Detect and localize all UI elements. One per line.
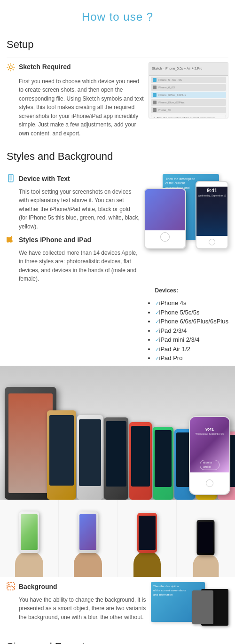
hand-item-2: [58, 500, 117, 577]
hand-item-3: [118, 500, 176, 577]
styles-image-mock: Then the descriptionof the currentscreen…: [144, 174, 228, 249]
sizes-title: Sizes and Exports: [0, 633, 235, 644]
background-section: Background You have the ability to chang…: [0, 577, 235, 629]
devices-label: Devices:: [155, 286, 228, 295]
check-icon: ✓: [155, 310, 159, 315]
styles-iphone-desc: We have collected more than 14 devices A…: [7, 249, 140, 283]
sketch-image: Sketch - iPhone_5.5s + Air + 2.Pro iPhon…: [149, 62, 228, 118]
styles-phone-front: [144, 188, 186, 249]
svg-point-0: [9, 66, 12, 69]
background-desc: You have the ability to change the backg…: [7, 596, 147, 622]
background-layout: Background You have the ability to chang…: [7, 582, 228, 627]
check-icon: ✓: [155, 328, 159, 334]
background-icon: [7, 582, 15, 593]
apple-icon: [7, 235, 15, 246]
check-icon: ✓: [155, 300, 159, 306]
sim-iphone5-right: 9:41 Wednesday, September 16 slide to un…: [189, 416, 230, 495]
sizes-section: Sizes and Exports Screenshots for every …: [0, 633, 235, 644]
devices-list-items: ✓iPhone 4s ✓iPhone 5/5c/5s ✓iPhone 6/6s/…: [155, 298, 228, 363]
list-item: ✓iPad mini 2/3/4: [155, 335, 228, 345]
background-title: Background: [19, 582, 57, 592]
hand-item-4: [176, 500, 235, 577]
hands-section: [0, 500, 235, 577]
list-item: ✓iPhone 4s: [155, 298, 228, 308]
sim-iphone-gold: [47, 410, 76, 500]
list-item: ✓iPhone 5/5c/5s: [155, 308, 228, 317]
svg-point-3: [10, 181, 11, 182]
devices-lineup-section: Devices: ✓iPhone 4s ✓iPhone 5/5c/5s ✓iPh…: [0, 286, 235, 500]
list-item: ✓iPhone 6/6s/6Plus/6sPlus: [155, 317, 228, 326]
gear-icon: [7, 63, 15, 74]
device-lineup-image: 9:41 Wednesday, September 16 slide to un…: [0, 366, 235, 500]
page-title: How to use ?: [0, 0, 235, 31]
sim-iphone-gray: [104, 417, 128, 500]
hand-item-1: [0, 500, 58, 577]
styles-phone-large: 9:41 Wednesday, September 16: [196, 181, 228, 249]
styles-devices-image: Then the descriptionof the currentscreen…: [144, 174, 228, 249]
styles-iphone-title: Styles iPhone and iPad: [19, 235, 91, 245]
sketch-required-title: Sketch Required: [19, 62, 70, 72]
sim-iphone-silver: [77, 415, 103, 500]
device-text-title: Device with Text: [19, 174, 70, 184]
check-icon: ✓: [155, 355, 159, 361]
device-text-desc: This tool setting your screenshots on de…: [7, 188, 140, 231]
device-icon: [7, 174, 15, 185]
list-item: ✓iPad Air 1/2: [155, 345, 228, 354]
setup-title: Setup: [0, 31, 235, 55]
sim-iphone-red: [129, 422, 152, 500]
styles-divider: [7, 169, 228, 169]
svg-point-5: [8, 584, 10, 585]
setup-section: Setup Sketch Required First you need to …: [0, 31, 235, 143]
check-icon: ✓: [155, 346, 159, 352]
check-icon: ✓: [155, 337, 159, 343]
styles-section: Styles and Background Device with Text T…: [0, 143, 235, 629]
check-icon: ✓: [155, 319, 159, 324]
devices-list: Devices: ✓iPhone 4s ✓iPhone 5/5c/5s ✓iPh…: [155, 286, 228, 363]
sim-iphone-green: [153, 427, 173, 500]
styles-title: Styles and Background: [0, 143, 235, 167]
svg-rect-2: [9, 175, 12, 180]
list-item: ✓iPad 2/3/4: [155, 326, 228, 336]
background-image-mock: Then the descriptionof the current scree…: [151, 582, 228, 627]
section-divider: [7, 57, 228, 57]
sketch-required-text: First you need to choose which device yo…: [7, 77, 145, 138]
sketch-screenshot-mock: Sketch - iPhone_5.5s + Air + 2.Pro iPhon…: [149, 62, 228, 118]
list-item: ✓iPad Pro: [155, 353, 228, 363]
